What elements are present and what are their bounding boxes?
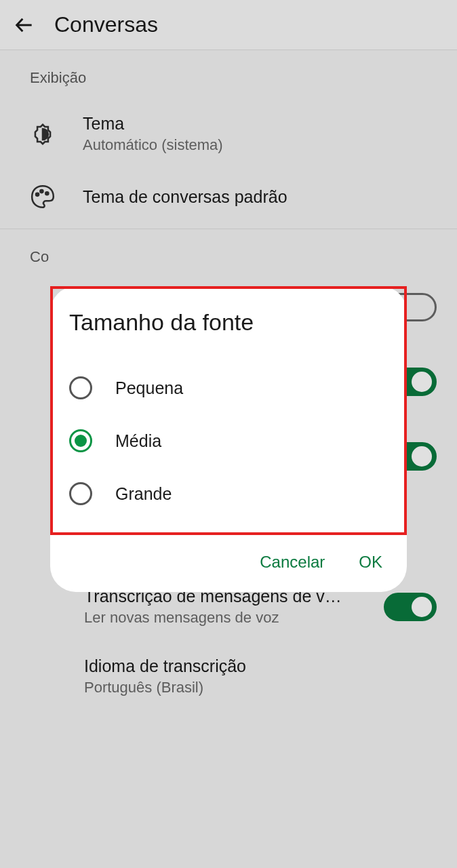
dialog-highlight-box: Tamanho da fonte Pequena Média Grande <box>50 286 407 535</box>
radio-option-large[interactable]: Grande <box>69 467 388 520</box>
font-size-dialog: Tamanho da fonte Pequena Média Grande Ca… <box>50 286 407 592</box>
radio-option-medium[interactable]: Média <box>69 414 388 467</box>
cancel-button[interactable]: Cancelar <box>260 553 325 572</box>
radio-label-large: Grande <box>115 484 172 504</box>
radio-label-medium: Média <box>115 431 161 451</box>
dialog-title: Tamanho da fonte <box>69 309 388 336</box>
radio-option-small[interactable]: Pequena <box>69 361 388 414</box>
radio-icon-selected <box>69 429 92 452</box>
radio-icon <box>69 376 92 399</box>
dialog-actions: Cancelar OK <box>50 535 407 592</box>
ok-button[interactable]: OK <box>359 553 382 572</box>
radio-icon <box>69 482 92 505</box>
radio-label-small: Pequena <box>115 378 183 398</box>
